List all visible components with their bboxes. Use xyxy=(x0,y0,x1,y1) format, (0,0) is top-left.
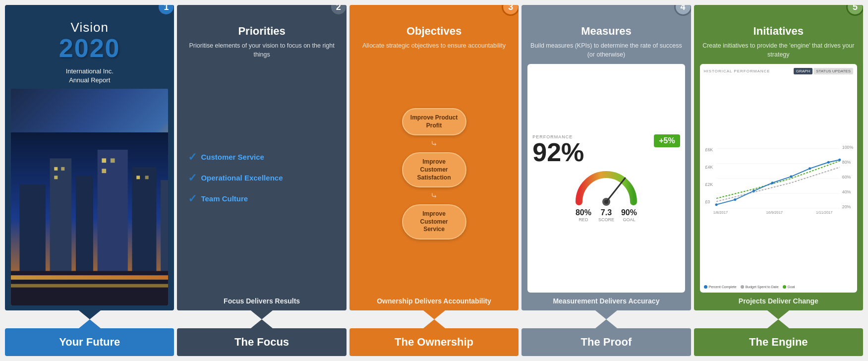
bubble-connector-2: ⤷ xyxy=(430,190,438,201)
measures-footer-label: The Proof xyxy=(581,336,632,349)
svg-text:60%: 60% xyxy=(842,175,851,180)
checkmark-2: ✓ xyxy=(188,172,197,184)
gauge-stat-lbl-goal: GOAL xyxy=(621,217,637,222)
priorities-footer: The Focus xyxy=(177,328,346,356)
main-container: 1 Vision 2020 International Inc.Annual R… xyxy=(0,0,868,361)
gauge-stat-lbl-red: RED xyxy=(576,217,591,222)
step-badge-2: 2 xyxy=(330,5,347,16)
svg-point-46 xyxy=(838,159,841,161)
svg-line-23 xyxy=(606,178,625,202)
svg-point-39 xyxy=(715,203,717,206)
vision-title: Vision xyxy=(59,20,120,35)
arrow-up-5 xyxy=(767,319,789,328)
arrow-up-2 xyxy=(251,319,273,328)
measures-subtext: Build measures (KPIs) to determine the r… xyxy=(527,42,685,59)
legend-dot-percent xyxy=(704,285,707,289)
priorities-footer-label: The Focus xyxy=(234,336,289,349)
initiatives-card: 5 Initiatives Create initiatives to prov… xyxy=(694,5,863,310)
chart-header: HISTORICAL PERFORMANCE GRAPH STATUS UPDA… xyxy=(704,68,853,74)
gauge-stat-val-score: 7.3 xyxy=(598,208,614,217)
initiatives-chart-panel: HISTORICAL PERFORMANCE GRAPH STATUS UPDA… xyxy=(700,64,857,293)
svg-point-45 xyxy=(827,161,829,164)
svg-rect-19 xyxy=(145,176,149,179)
svg-text:£4K: £4K xyxy=(705,165,713,170)
initiatives-footer: The Engine xyxy=(694,328,863,356)
priorities-column: 2 Priorities Prioritise elements of your… xyxy=(177,5,346,356)
chart-title: HISTORICAL PERFORMANCE xyxy=(704,69,770,73)
objectives-bottom: Ownership Delivers Accountability xyxy=(377,293,491,305)
initiatives-column: 5 Initiatives Create initiatives to prov… xyxy=(694,5,863,356)
priorities-header: Priorities xyxy=(238,25,285,38)
gauge-stat-val-red: 80% xyxy=(576,208,591,217)
initiatives-header: Initiatives xyxy=(753,25,804,38)
priorities-subtext: Prioritise elements of your vision to fo… xyxy=(183,42,340,59)
vision-year: 2020 xyxy=(59,35,120,61)
step-badge-1: 1 xyxy=(157,5,174,16)
svg-text:40%: 40% xyxy=(842,189,851,194)
arrow-1 xyxy=(79,310,101,319)
chart-tab-status[interactable]: STATUS UPDATES xyxy=(813,68,853,74)
checkmark-3: ✓ xyxy=(188,192,197,205)
svg-point-41 xyxy=(752,190,755,192)
vision-footer-label: Your Future xyxy=(59,336,120,349)
chart-area: £6K £4K £2K £0 100% 80% 60% 40% 20% xyxy=(704,76,853,283)
measures-bottom: Measurement Delivers Accuracy xyxy=(553,293,659,305)
gauge-badge: +5% xyxy=(654,134,680,147)
svg-text:100%: 100% xyxy=(842,145,853,150)
step-badge-5: 5 xyxy=(846,5,863,16)
svg-point-24 xyxy=(604,200,608,204)
arrow-4 xyxy=(595,310,617,319)
svg-rect-18 xyxy=(136,176,140,179)
vision-column: 1 Vision 2020 International Inc.Annual R… xyxy=(5,5,174,356)
measures-column: 4 Measures Build measures (KPIs) to dete… xyxy=(521,5,691,356)
initiatives-footer-label: The Engine xyxy=(749,336,808,349)
measures-top-row: PERFORMANCE 92% +5% xyxy=(532,134,680,165)
priority-item-2: ✓ Operational Excellence xyxy=(183,172,340,184)
vision-logo: Vision 2020 xyxy=(59,20,120,61)
measures-footer: The Proof xyxy=(521,328,691,356)
chart-tab-graph[interactable]: GRAPH xyxy=(794,68,812,74)
chart-tabs: GRAPH STATUS UPDATES xyxy=(794,68,853,74)
checkmark-1: ✓ xyxy=(188,151,197,164)
measures-gauge-panel: PERFORMANCE 92% +5% xyxy=(527,64,685,293)
objectives-card: 3 Objectives Allocate strategic objectiv… xyxy=(349,5,519,310)
svg-text:£0: £0 xyxy=(705,199,710,204)
step-badge-4: 4 xyxy=(674,5,691,16)
step-badge-3: 3 xyxy=(502,5,519,16)
objective-bubble-1: Improve Product Profit xyxy=(402,108,466,135)
legend-percent: Percent Complete xyxy=(704,285,737,289)
svg-rect-16 xyxy=(111,158,115,163)
priority-item-3: ✓ Team Culture xyxy=(183,192,340,205)
objective-bubble-2: Improve Customer Satisfaction xyxy=(402,152,466,187)
arrow-up-1 xyxy=(79,319,101,328)
measures-left: PERFORMANCE 92% xyxy=(532,134,584,165)
gauge-number: 92% xyxy=(532,139,584,165)
arrow-up-3 xyxy=(423,319,445,328)
arrow-up-4 xyxy=(595,319,617,328)
svg-rect-17 xyxy=(102,169,106,173)
objectives-footer-label: The Ownership xyxy=(395,336,473,349)
svg-point-40 xyxy=(734,198,736,201)
priorities-list: ✓ Customer Service ✓ Operational Excelle… xyxy=(183,64,340,293)
initiatives-subtext: Create initiatives to provide the 'engin… xyxy=(700,42,857,59)
objectives-header: Objectives xyxy=(406,25,462,38)
chart-legend: Percent Complete Budget Spent to Date Go… xyxy=(704,285,853,289)
vision-footer: Your Future xyxy=(5,328,174,356)
legend-goal: Goal xyxy=(783,285,795,289)
measures-card: 4 Measures Build measures (KPIs) to dete… xyxy=(521,5,691,310)
legend-dot-budget xyxy=(741,285,744,289)
svg-point-42 xyxy=(771,181,773,184)
priority-item-1: ✓ Customer Service xyxy=(183,151,340,164)
objectives-footer: The Ownership xyxy=(349,328,519,356)
svg-text:1/11/2017: 1/11/2017 xyxy=(816,210,832,215)
objectives-bubbles: Improve Product Profit ⤷ Improve Custome… xyxy=(355,56,513,293)
gauge-svg xyxy=(572,167,641,204)
svg-text:1/8/2017: 1/8/2017 xyxy=(713,210,727,215)
objectives-column: 3 Objectives Allocate strategic objectiv… xyxy=(349,5,519,356)
svg-rect-10 xyxy=(11,275,168,280)
priority-label-1: Customer Service xyxy=(201,153,264,162)
arrow-2 xyxy=(251,310,273,319)
priorities-bottom: Focus Delivers Results xyxy=(224,293,300,305)
svg-rect-11 xyxy=(11,284,168,287)
svg-text:£2K: £2K xyxy=(705,182,713,187)
